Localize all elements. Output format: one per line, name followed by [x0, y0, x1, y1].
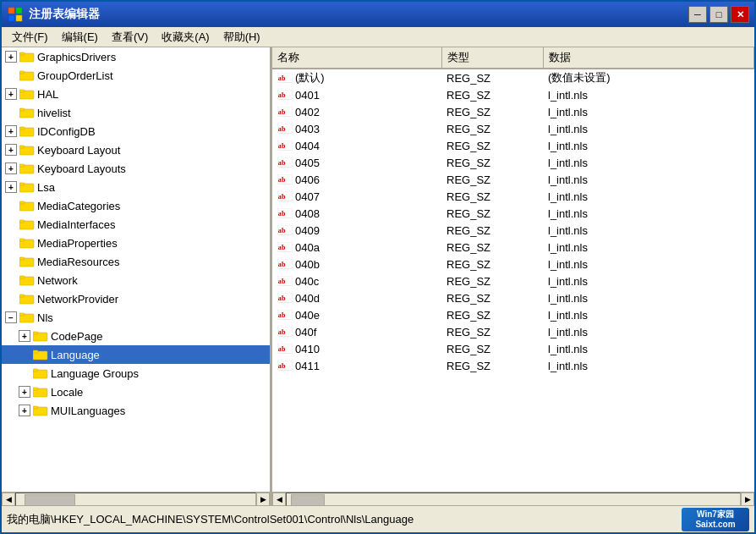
minimize-button[interactable]: ─ — [688, 6, 707, 23]
table-row[interactable]: ab 0406REG_SZl_intl.nls — [272, 171, 754, 188]
left-scroll-track[interactable] — [15, 493, 256, 506]
tree-item-Network[interactable]: Network — [2, 271, 270, 289]
expander-Lsa[interactable]: + — [5, 181, 17, 193]
tree-item-Language[interactable]: Language — [2, 345, 270, 364]
tree-item-MediaProperties[interactable]: MediaProperties — [2, 234, 270, 252]
cell-name-text: 040d — [295, 292, 320, 305]
tree-label-MediaResources: MediaResources — [37, 256, 120, 268]
tree-item-KeyboardLayouts[interactable]: + Keyboard Layouts — [2, 159, 270, 178]
svg-text:ab: ab — [278, 193, 286, 201]
table-container[interactable]: 名称 类型 数据 ab (默认)REG_SZ(数值未设置) ab 0401REG… — [272, 47, 754, 492]
expander-IDConfigDB[interactable]: + — [5, 125, 17, 137]
cell-name-text: 0403 — [295, 123, 320, 135]
tree-label-KeyboardLayout: Keyboard Layout — [37, 144, 120, 157]
close-button[interactable]: ✕ — [731, 6, 749, 23]
tree-item-IDConfigDB[interactable]: + IDConfigDB — [2, 122, 270, 140]
svg-rect-35 — [33, 332, 38, 334]
tree-item-Lsa[interactable]: + Lsa — [2, 178, 270, 196]
table-row[interactable]: ab 0409REG_SZl_intl.nls — [272, 222, 754, 239]
tree-item-MediaInterfaces[interactable]: MediaInterfaces — [2, 215, 270, 234]
svg-rect-9 — [19, 90, 25, 92]
maximize-button[interactable]: □ — [709, 6, 728, 23]
tree-item-MediaCategories[interactable]: MediaCategories — [2, 196, 270, 215]
cell-data: l_intl.nls — [543, 120, 754, 137]
tree-item-NetworkProvider[interactable]: NetworkProvider — [2, 289, 270, 308]
svg-rect-5 — [19, 52, 25, 55]
table-row[interactable]: ab 0405REG_SZl_intl.nls — [272, 154, 754, 171]
tree-item-HAL[interactable]: + HAL — [2, 85, 270, 103]
table-row[interactable]: ab 0410REG_SZl_intl.nls — [272, 340, 754, 357]
table-row[interactable]: ab 040bREG_SZl_intl.nls — [272, 256, 754, 273]
menubar-item-文件(F)[interactable]: 文件(F) — [5, 28, 55, 47]
table-row[interactable]: ab 0407REG_SZl_intl.nls — [272, 188, 754, 205]
expander-Locale[interactable]: + — [19, 386, 30, 398]
table-row[interactable]: ab 040dREG_SZl_intl.nls — [272, 289, 754, 306]
table-row[interactable]: ab 040eREG_SZl_intl.nls — [272, 306, 754, 323]
expander-GraphicsDrivers[interactable]: + — [5, 51, 17, 63]
tree-label-MediaCategories: MediaCategories — [37, 200, 120, 212]
svg-text:ab: ab — [278, 108, 286, 116]
table-row[interactable]: ab (默认)REG_SZ(数值未设置) — [272, 69, 754, 86]
table-row[interactable]: ab 040cREG_SZl_intl.nls — [272, 273, 754, 289]
expander-placeholder — [19, 349, 30, 361]
statusbar-path: 我的电脑\HKEY_LOCAL_MACHINE\SYSTEM\ControlSe… — [7, 512, 675, 527]
tree-item-hivelist[interactable]: hivelist — [2, 103, 270, 122]
svg-rect-43 — [33, 406, 38, 409]
table-row[interactable]: ab 040aREG_SZl_intl.nls — [272, 239, 754, 256]
table-row[interactable]: ab 0411REG_SZl_intl.nls — [272, 357, 754, 374]
svg-text:ab: ab — [278, 311, 286, 319]
cell-data: l_intl.nls — [543, 273, 754, 289]
right-scroll-thumb[interactable] — [291, 494, 325, 506]
tree-item-Locale[interactable]: + Locale — [2, 383, 270, 401]
table-row[interactable]: ab 0403REG_SZl_intl.nls — [272, 120, 754, 137]
reg-value-icon: ab — [277, 173, 293, 185]
cell-name-text: (默认) — [295, 70, 325, 85]
reg-value-icon: ab — [277, 326, 293, 338]
right-scroll-right[interactable]: ▶ — [741, 493, 754, 506]
expander-KeyboardLayout[interactable]: + — [5, 144, 17, 156]
registry-tree-pane[interactable]: + GraphicsDrivers GroupOrderList+ HAL hi… — [2, 47, 272, 492]
left-scroll-thumb[interactable] — [25, 494, 75, 506]
left-scroll-left[interactable]: ◀ — [2, 493, 15, 506]
cell-name: ab 0409 — [272, 222, 441, 239]
menubar-item-编辑(E)[interactable]: 编辑(E) — [55, 28, 105, 47]
tree-item-MediaResources[interactable]: MediaResources — [2, 252, 270, 271]
right-scroll-track[interactable] — [286, 493, 741, 506]
cell-data: l_intl.nls — [543, 154, 754, 171]
table-row[interactable]: ab 0401REG_SZl_intl.nls — [272, 86, 754, 103]
expander-KeyboardLayouts[interactable]: + — [5, 162, 17, 174]
cell-data: l_intl.nls — [543, 205, 754, 222]
tree-item-LanguageGroups[interactable]: Language Groups — [2, 364, 270, 383]
folder-icon-Lsa — [19, 181, 35, 193]
menubar-item-收藏夹(A)[interactable]: 收藏夹(A) — [155, 28, 216, 47]
tree-item-GraphicsDrivers[interactable]: + GraphicsDrivers — [2, 47, 270, 66]
menubar-item-查看(V)[interactable]: 查看(V) — [105, 28, 155, 47]
menubar-item-帮助(H)[interactable]: 帮助(H) — [216, 28, 267, 47]
tree-item-CodePage[interactable]: + CodePage — [2, 327, 270, 345]
cell-data: l_intl.nls — [543, 323, 754, 340]
folder-icon-MediaProperties — [19, 237, 35, 249]
table-row[interactable]: ab 0402REG_SZl_intl.nls — [272, 103, 754, 120]
cell-data: l_intl.nls — [543, 357, 754, 374]
table-row[interactable]: ab 0408REG_SZl_intl.nls — [272, 205, 754, 222]
svg-text:ab: ab — [278, 328, 286, 336]
expander-CodePage[interactable]: + — [19, 330, 30, 342]
tree-item-Nls[interactable]: − Nls — [2, 308, 270, 327]
expander-MUILanguages[interactable]: + — [19, 405, 30, 416]
tree-item-KeyboardLayout[interactable]: + Keyboard Layout — [2, 140, 270, 159]
table-row[interactable]: ab 0404REG_SZl_intl.nls — [272, 137, 754, 154]
left-scroll-right[interactable]: ▶ — [256, 493, 270, 506]
expander-HAL[interactable]: + — [5, 88, 17, 100]
svg-text:ab: ab — [278, 159, 286, 167]
expander-Nls[interactable]: − — [5, 311, 17, 323]
content-area: + GraphicsDrivers GroupOrderList+ HAL hi… — [2, 47, 754, 492]
table-row[interactable]: ab 040fREG_SZl_intl.nls — [272, 323, 754, 340]
cell-data: (数值未设置) — [543, 69, 754, 86]
tree-item-MUILanguages[interactable]: + MUILanguages — [2, 401, 270, 420]
tree-item-GroupOrderList[interactable]: GroupOrderList — [2, 66, 270, 85]
tree-label-GraphicsDrivers: GraphicsDrivers — [37, 51, 116, 63]
expander-placeholder — [5, 107, 17, 118]
svg-text:ab: ab — [278, 91, 286, 99]
cell-name: ab 0408 — [272, 205, 441, 222]
right-scroll-left[interactable]: ◀ — [272, 493, 286, 506]
